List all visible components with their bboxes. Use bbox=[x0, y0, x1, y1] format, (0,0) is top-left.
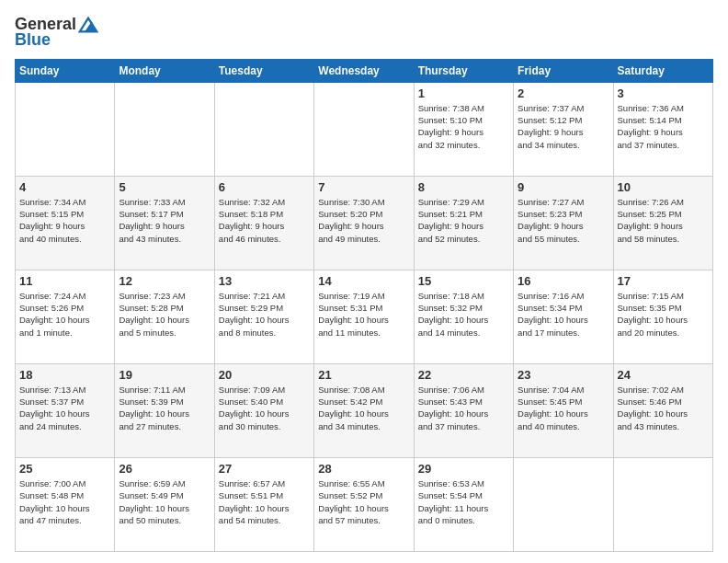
weekday-monday: Monday bbox=[115, 59, 214, 82]
day-number: 11 bbox=[19, 274, 110, 288]
calendar-cell: 8Sunrise: 7:29 AM Sunset: 5:21 PM Daylig… bbox=[414, 176, 513, 270]
weekday-tuesday: Tuesday bbox=[214, 59, 313, 82]
logo-blue: Blue bbox=[15, 31, 51, 50]
weekday-header-row: SundayMondayTuesdayWednesdayThursdayFrid… bbox=[16, 59, 713, 82]
day-info: Sunrise: 7:21 AM Sunset: 5:29 PM Dayligh… bbox=[219, 290, 310, 339]
day-info: Sunrise: 7:09 AM Sunset: 5:40 PM Dayligh… bbox=[219, 384, 310, 432]
calendar-table: SundayMondayTuesdayWednesdayThursdayFrid… bbox=[15, 59, 713, 552]
calendar-cell: 6Sunrise: 7:32 AM Sunset: 5:18 PM Daylig… bbox=[214, 176, 313, 270]
calendar-cell: 20Sunrise: 7:09 AM Sunset: 5:40 PM Dayli… bbox=[214, 363, 313, 457]
calendar-week-2: 4Sunrise: 7:34 AM Sunset: 5:15 PM Daylig… bbox=[16, 176, 713, 270]
calendar-cell bbox=[115, 82, 214, 176]
day-info: Sunrise: 6:59 AM Sunset: 5:49 PM Dayligh… bbox=[119, 477, 210, 526]
calendar-cell bbox=[613, 457, 712, 551]
day-number: 13 bbox=[219, 274, 310, 288]
calendar-week-1: 1Sunrise: 7:38 AM Sunset: 5:10 PM Daylig… bbox=[16, 82, 713, 176]
calendar-cell: 16Sunrise: 7:16 AM Sunset: 5:34 PM Dayli… bbox=[514, 270, 613, 363]
day-number: 25 bbox=[19, 462, 110, 476]
day-number: 17 bbox=[618, 274, 709, 288]
day-info: Sunrise: 6:57 AM Sunset: 5:51 PM Dayligh… bbox=[219, 477, 310, 526]
calendar-cell: 26Sunrise: 6:59 AM Sunset: 5:49 PM Dayli… bbox=[115, 457, 214, 551]
day-info: Sunrise: 7:04 AM Sunset: 5:45 PM Dayligh… bbox=[518, 384, 609, 432]
day-number: 5 bbox=[119, 180, 210, 194]
calendar-cell: 13Sunrise: 7:21 AM Sunset: 5:29 PM Dayli… bbox=[214, 270, 313, 363]
calendar-cell bbox=[214, 82, 313, 176]
calendar-cell: 15Sunrise: 7:18 AM Sunset: 5:32 PM Dayli… bbox=[414, 270, 513, 363]
calendar-cell: 21Sunrise: 7:08 AM Sunset: 5:42 PM Dayli… bbox=[314, 363, 414, 457]
day-info: Sunrise: 7:08 AM Sunset: 5:42 PM Dayligh… bbox=[318, 384, 409, 432]
calendar-week-3: 11Sunrise: 7:24 AM Sunset: 5:26 PM Dayli… bbox=[16, 270, 713, 363]
calendar-cell: 17Sunrise: 7:15 AM Sunset: 5:35 PM Dayli… bbox=[613, 270, 712, 363]
calendar-cell: 9Sunrise: 7:27 AM Sunset: 5:23 PM Daylig… bbox=[514, 176, 613, 270]
day-number: 3 bbox=[618, 86, 709, 100]
day-number: 26 bbox=[119, 462, 210, 476]
day-number: 2 bbox=[518, 86, 609, 100]
calendar-cell: 4Sunrise: 7:34 AM Sunset: 5:15 PM Daylig… bbox=[16, 176, 115, 270]
day-info: Sunrise: 7:23 AM Sunset: 5:28 PM Dayligh… bbox=[119, 290, 210, 339]
day-info: Sunrise: 6:55 AM Sunset: 5:52 PM Dayligh… bbox=[318, 477, 409, 526]
calendar-cell: 11Sunrise: 7:24 AM Sunset: 5:26 PM Dayli… bbox=[16, 270, 115, 363]
calendar-cell: 10Sunrise: 7:26 AM Sunset: 5:25 PM Dayli… bbox=[613, 176, 712, 270]
day-info: Sunrise: 7:30 AM Sunset: 5:20 PM Dayligh… bbox=[318, 196, 409, 245]
day-info: Sunrise: 7:33 AM Sunset: 5:17 PM Dayligh… bbox=[119, 196, 210, 245]
weekday-sunday: Sunday bbox=[16, 59, 115, 82]
logo: General Blue bbox=[15, 15, 98, 50]
calendar-cell: 29Sunrise: 6:53 AM Sunset: 5:54 PM Dayli… bbox=[414, 457, 513, 551]
day-number: 23 bbox=[518, 368, 609, 382]
day-number: 10 bbox=[618, 180, 709, 194]
svg-marker-1 bbox=[85, 21, 97, 31]
day-number: 19 bbox=[119, 368, 210, 382]
weekday-saturday: Saturday bbox=[613, 59, 712, 82]
day-number: 14 bbox=[318, 274, 409, 288]
calendar-week-5: 25Sunrise: 7:00 AM Sunset: 5:48 PM Dayli… bbox=[16, 457, 713, 551]
day-info: Sunrise: 7:06 AM Sunset: 5:43 PM Dayligh… bbox=[418, 384, 509, 432]
day-number: 8 bbox=[418, 180, 509, 194]
day-number: 7 bbox=[318, 180, 409, 194]
day-number: 9 bbox=[518, 180, 609, 194]
day-number: 16 bbox=[518, 274, 609, 288]
day-number: 15 bbox=[418, 274, 509, 288]
day-info: Sunrise: 7:16 AM Sunset: 5:34 PM Dayligh… bbox=[518, 290, 609, 339]
page: General Blue SundayMondayTuesdayWednesda… bbox=[0, 0, 728, 563]
calendar-cell: 3Sunrise: 7:36 AM Sunset: 5:14 PM Daylig… bbox=[613, 82, 712, 176]
day-number: 28 bbox=[318, 462, 409, 476]
day-info: Sunrise: 7:27 AM Sunset: 5:23 PM Dayligh… bbox=[518, 196, 609, 245]
day-number: 27 bbox=[219, 462, 310, 476]
day-number: 21 bbox=[318, 368, 409, 382]
header: General Blue bbox=[15, 15, 713, 50]
day-number: 29 bbox=[418, 462, 509, 476]
day-info: Sunrise: 7:26 AM Sunset: 5:25 PM Dayligh… bbox=[618, 196, 709, 245]
calendar-cell: 7Sunrise: 7:30 AM Sunset: 5:20 PM Daylig… bbox=[314, 176, 414, 270]
day-info: Sunrise: 7:18 AM Sunset: 5:32 PM Dayligh… bbox=[418, 290, 509, 339]
day-info: Sunrise: 7:29 AM Sunset: 5:21 PM Dayligh… bbox=[418, 196, 509, 245]
day-info: Sunrise: 7:15 AM Sunset: 5:35 PM Dayligh… bbox=[618, 290, 709, 339]
calendar-cell: 23Sunrise: 7:04 AM Sunset: 5:45 PM Dayli… bbox=[514, 363, 613, 457]
calendar-cell: 2Sunrise: 7:37 AM Sunset: 5:12 PM Daylig… bbox=[514, 82, 613, 176]
calendar-cell: 28Sunrise: 6:55 AM Sunset: 5:52 PM Dayli… bbox=[314, 457, 414, 551]
day-number: 24 bbox=[618, 368, 709, 382]
day-number: 1 bbox=[418, 86, 509, 100]
day-info: Sunrise: 7:13 AM Sunset: 5:37 PM Dayligh… bbox=[19, 384, 110, 432]
calendar-cell: 12Sunrise: 7:23 AM Sunset: 5:28 PM Dayli… bbox=[115, 270, 214, 363]
weekday-friday: Friday bbox=[514, 59, 613, 82]
day-info: Sunrise: 7:24 AM Sunset: 5:26 PM Dayligh… bbox=[19, 290, 110, 339]
day-info: Sunrise: 7:34 AM Sunset: 5:15 PM Dayligh… bbox=[19, 196, 110, 245]
day-number: 6 bbox=[219, 180, 310, 194]
day-info: Sunrise: 7:02 AM Sunset: 5:46 PM Dayligh… bbox=[618, 384, 709, 432]
day-info: Sunrise: 7:37 AM Sunset: 5:12 PM Dayligh… bbox=[518, 102, 609, 151]
calendar-cell: 18Sunrise: 7:13 AM Sunset: 5:37 PM Dayli… bbox=[16, 363, 115, 457]
calendar-cell bbox=[16, 82, 115, 176]
calendar-cell: 5Sunrise: 7:33 AM Sunset: 5:17 PM Daylig… bbox=[115, 176, 214, 270]
day-info: Sunrise: 7:36 AM Sunset: 5:14 PM Dayligh… bbox=[618, 102, 709, 151]
calendar-cell: 22Sunrise: 7:06 AM Sunset: 5:43 PM Dayli… bbox=[414, 363, 513, 457]
day-info: Sunrise: 7:11 AM Sunset: 5:39 PM Dayligh… bbox=[119, 384, 210, 432]
day-number: 20 bbox=[219, 368, 310, 382]
weekday-wednesday: Wednesday bbox=[314, 59, 414, 82]
day-info: Sunrise: 7:38 AM Sunset: 5:10 PM Dayligh… bbox=[418, 102, 509, 151]
calendar-cell bbox=[314, 82, 414, 176]
calendar-cell: 14Sunrise: 7:19 AM Sunset: 5:31 PM Dayli… bbox=[314, 270, 414, 363]
day-info: Sunrise: 7:00 AM Sunset: 5:48 PM Dayligh… bbox=[19, 477, 110, 526]
day-info: Sunrise: 7:32 AM Sunset: 5:18 PM Dayligh… bbox=[219, 196, 310, 245]
calendar-cell: 25Sunrise: 7:00 AM Sunset: 5:48 PM Dayli… bbox=[16, 457, 115, 551]
calendar-week-4: 18Sunrise: 7:13 AM Sunset: 5:37 PM Dayli… bbox=[16, 363, 713, 457]
